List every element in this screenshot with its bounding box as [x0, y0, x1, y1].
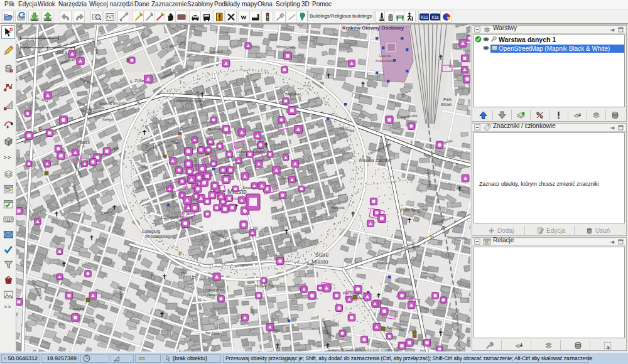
svg-text:Hala Targowa: Hala Targowa [401, 208, 428, 213]
svg-text:Strefa C Bieżurna: Strefa C Bieżurna [99, 101, 127, 105]
svg-text:P: P [79, 50, 83, 56]
svg-text:K11: K11 [421, 14, 428, 19]
svg-text:św. Jana: św. Jana [205, 331, 220, 335]
svg-text:Librowszczyzna: Librowszczyzna [176, 99, 202, 102]
svg-text:P: P [178, 250, 182, 257]
svg-text:Wrocławskiego: Wrocławskiego [145, 234, 173, 239]
svg-text:Collegium: Collegium [142, 229, 160, 234]
svg-text:0: 0 [19, 50, 21, 55]
svg-text:P: P [430, 235, 434, 241]
svg-text:K1s: K1s [431, 14, 439, 19]
svg-text:Piasek: Piasek [77, 140, 90, 144]
svg-text:Szkoła: Szkoła [73, 307, 85, 311]
svg-text:Wesoła Zachód: Wesoła Zachód [359, 158, 391, 163]
svg-text:P: P [38, 126, 42, 132]
svg-text:Pijarska: Pijarska [377, 261, 391, 265]
svg-text:Barbakan: Barbakan [285, 92, 301, 96]
svg-text:Nowy Świat: Nowy Świat [255, 283, 280, 289]
svg-text:Stare: Stare [315, 252, 329, 258]
svg-text:Strzel.: Strzel. [441, 102, 453, 107]
svg-text:Worcella: Worcella [331, 206, 345, 210]
svg-text:Kraków Główny Osobowy: Kraków Główny Osobowy [342, 25, 404, 31]
svg-text:Żółte: Żółte [134, 78, 144, 83]
svg-text:P: P [181, 270, 185, 277]
svg-text:© OpenStreetMap contributors,: © OpenStreetMap contributors, CC-BY-SA [328, 348, 399, 351]
svg-text:Sarego: Sarego [102, 117, 113, 122]
svg-text:P: P [145, 144, 149, 150]
svg-text:Ogród przy: Ogród przy [205, 288, 224, 292]
svg-text:P: P [180, 126, 183, 132]
svg-text:P: P [192, 275, 196, 281]
svg-text:P: P [402, 93, 406, 99]
svg-text:Krakowska: Krakowska [376, 59, 394, 63]
svg-text:Park: Park [443, 97, 452, 102]
svg-text:P: P [151, 272, 154, 279]
svg-text:P: P [266, 115, 270, 122]
svg-text:Galeria: Galeria [379, 54, 391, 58]
svg-text:Miasto: Miasto [311, 259, 328, 265]
